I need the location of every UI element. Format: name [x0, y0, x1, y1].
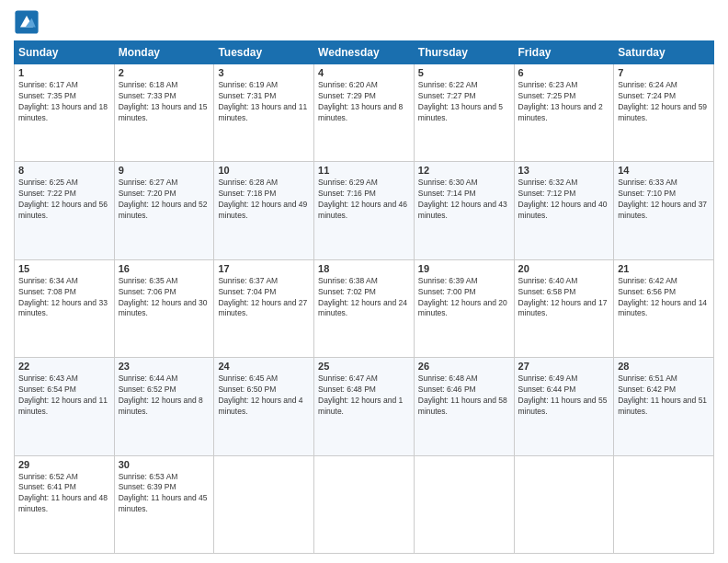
day-info: Sunrise: 6:22 AM Sunset: 7:27 PM Dayligh… [418, 80, 510, 124]
calendar-week-2: 8Sunrise: 6:25 AM Sunset: 7:22 PM Daylig… [15, 162, 714, 259]
day-number: 4 [318, 67, 410, 78]
calendar-cell: 16Sunrise: 6:35 AM Sunset: 7:06 PM Dayli… [114, 259, 214, 357]
calendar-week-3: 15Sunrise: 6:34 AM Sunset: 7:08 PM Dayli… [15, 259, 714, 357]
day-number: 8 [18, 165, 110, 176]
day-number: 11 [318, 165, 410, 176]
day-info: Sunrise: 6:19 AM Sunset: 7:31 PM Dayligh… [218, 80, 310, 124]
calendar-cell: 2Sunrise: 6:18 AM Sunset: 7:33 PM Daylig… [114, 64, 214, 162]
day-info: Sunrise: 6:28 AM Sunset: 7:18 PM Dayligh… [218, 178, 310, 222]
day-number: 30 [119, 459, 210, 470]
day-info: Sunrise: 6:34 AM Sunset: 7:08 PM Dayligh… [18, 276, 110, 320]
day-info: Sunrise: 6:38 AM Sunset: 7:02 PM Dayligh… [318, 276, 410, 320]
col-tuesday: Tuesday [214, 41, 314, 64]
day-number: 6 [518, 67, 610, 78]
day-number: 23 [119, 361, 210, 372]
calendar-cell [414, 455, 514, 553]
calendar-cell: 17Sunrise: 6:37 AM Sunset: 7:04 PM Dayli… [214, 259, 314, 357]
col-sunday: Sunday [15, 41, 115, 64]
day-number: 18 [318, 263, 410, 274]
day-info: Sunrise: 6:33 AM Sunset: 7:10 PM Dayligh… [618, 178, 710, 222]
day-info: Sunrise: 6:49 AM Sunset: 6:44 PM Dayligh… [518, 373, 610, 418]
calendar-cell: 1Sunrise: 6:17 AM Sunset: 7:35 PM Daylig… [15, 64, 115, 162]
col-monday: Monday [114, 41, 214, 64]
day-info: Sunrise: 6:27 AM Sunset: 7:20 PM Dayligh… [119, 178, 210, 222]
day-info: Sunrise: 6:17 AM Sunset: 7:35 PM Dayligh… [18, 80, 110, 124]
day-info: Sunrise: 6:35 AM Sunset: 7:06 PM Dayligh… [119, 276, 210, 320]
day-info: Sunrise: 6:47 AM Sunset: 6:48 PM Dayligh… [318, 373, 410, 418]
day-info: Sunrise: 6:52 AM Sunset: 6:41 PM Dayligh… [18, 472, 110, 516]
day-info: Sunrise: 6:24 AM Sunset: 7:24 PM Dayligh… [618, 80, 710, 124]
calendar-cell [214, 455, 314, 553]
calendar-cell: 18Sunrise: 6:38 AM Sunset: 7:02 PM Dayli… [314, 259, 415, 357]
day-number: 27 [518, 361, 610, 372]
day-info: Sunrise: 6:48 AM Sunset: 6:46 PM Dayligh… [418, 373, 510, 418]
calendar-cell: 19Sunrise: 6:39 AM Sunset: 7:00 PM Dayli… [414, 259, 514, 357]
calendar-cell: 8Sunrise: 6:25 AM Sunset: 7:22 PM Daylig… [15, 162, 115, 259]
day-info: Sunrise: 6:51 AM Sunset: 6:42 PM Dayligh… [618, 373, 710, 418]
day-number: 1 [18, 67, 110, 78]
col-saturday: Saturday [614, 41, 714, 64]
calendar-cell: 5Sunrise: 6:22 AM Sunset: 7:27 PM Daylig… [414, 64, 514, 162]
calendar-cell: 23Sunrise: 6:44 AM Sunset: 6:52 PM Dayli… [114, 358, 214, 455]
day-info: Sunrise: 6:37 AM Sunset: 7:04 PM Dayligh… [218, 276, 310, 320]
calendar-cell [614, 455, 714, 553]
day-number: 14 [618, 165, 710, 176]
calendar-cell: 25Sunrise: 6:47 AM Sunset: 6:48 PM Dayli… [314, 358, 415, 455]
calendar-cell: 27Sunrise: 6:49 AM Sunset: 6:44 PM Dayli… [514, 358, 614, 455]
day-info: Sunrise: 6:30 AM Sunset: 7:14 PM Dayligh… [418, 178, 510, 222]
day-info: Sunrise: 6:20 AM Sunset: 7:29 PM Dayligh… [318, 80, 410, 124]
day-number: 13 [518, 165, 610, 176]
calendar-cell: 10Sunrise: 6:28 AM Sunset: 7:18 PM Dayli… [214, 162, 314, 259]
calendar-cell [314, 455, 415, 553]
day-number: 15 [18, 263, 110, 274]
day-number: 21 [618, 263, 710, 274]
calendar-cell: 14Sunrise: 6:33 AM Sunset: 7:10 PM Dayli… [614, 162, 714, 259]
day-number: 26 [418, 361, 510, 372]
day-info: Sunrise: 6:40 AM Sunset: 6:58 PM Dayligh… [518, 276, 610, 320]
page: Sunday Monday Tuesday Wednesday Thursday… [0, 0, 728, 563]
calendar-cell: 7Sunrise: 6:24 AM Sunset: 7:24 PM Daylig… [614, 64, 714, 162]
calendar-cell: 26Sunrise: 6:48 AM Sunset: 6:46 PM Dayli… [414, 358, 514, 455]
calendar-table: Sunday Monday Tuesday Wednesday Thursday… [14, 40, 714, 554]
day-number: 29 [18, 459, 110, 470]
day-info: Sunrise: 6:18 AM Sunset: 7:33 PM Dayligh… [119, 80, 210, 124]
calendar-week-4: 22Sunrise: 6:43 AM Sunset: 6:54 PM Dayli… [15, 358, 714, 455]
day-number: 3 [218, 67, 310, 78]
day-number: 19 [418, 263, 510, 274]
col-friday: Friday [514, 41, 614, 64]
day-number: 25 [318, 361, 410, 372]
day-info: Sunrise: 6:53 AM Sunset: 6:39 PM Dayligh… [119, 472, 210, 516]
calendar-cell: 20Sunrise: 6:40 AM Sunset: 6:58 PM Dayli… [514, 259, 614, 357]
day-number: 20 [518, 263, 610, 274]
day-number: 9 [119, 165, 210, 176]
calendar-cell: 6Sunrise: 6:23 AM Sunset: 7:25 PM Daylig… [514, 64, 614, 162]
day-info: Sunrise: 6:29 AM Sunset: 7:16 PM Dayligh… [318, 178, 410, 222]
calendar-week-5: 29Sunrise: 6:52 AM Sunset: 6:41 PM Dayli… [15, 455, 714, 553]
day-info: Sunrise: 6:45 AM Sunset: 6:50 PM Dayligh… [218, 373, 310, 418]
day-number: 5 [418, 67, 510, 78]
day-number: 2 [119, 67, 210, 78]
header [14, 9, 714, 35]
day-info: Sunrise: 6:44 AM Sunset: 6:52 PM Dayligh… [119, 373, 210, 418]
calendar-cell: 4Sunrise: 6:20 AM Sunset: 7:29 PM Daylig… [314, 64, 415, 162]
day-number: 7 [618, 67, 710, 78]
day-info: Sunrise: 6:39 AM Sunset: 7:00 PM Dayligh… [418, 276, 510, 320]
day-number: 16 [119, 263, 210, 274]
calendar-cell: 13Sunrise: 6:32 AM Sunset: 7:12 PM Dayli… [514, 162, 614, 259]
day-number: 24 [218, 361, 310, 372]
calendar-cell [514, 455, 614, 553]
calendar-cell: 29Sunrise: 6:52 AM Sunset: 6:41 PM Dayli… [15, 455, 115, 553]
day-info: Sunrise: 6:25 AM Sunset: 7:22 PM Dayligh… [18, 178, 110, 222]
col-wednesday: Wednesday [314, 41, 415, 64]
day-info: Sunrise: 6:32 AM Sunset: 7:12 PM Dayligh… [518, 178, 610, 222]
day-info: Sunrise: 6:23 AM Sunset: 7:25 PM Dayligh… [518, 80, 610, 124]
calendar-cell: 24Sunrise: 6:45 AM Sunset: 6:50 PM Dayli… [214, 358, 314, 455]
calendar-cell: 28Sunrise: 6:51 AM Sunset: 6:42 PM Dayli… [614, 358, 714, 455]
col-thursday: Thursday [414, 41, 514, 64]
logo-icon [14, 9, 40, 35]
calendar-cell: 3Sunrise: 6:19 AM Sunset: 7:31 PM Daylig… [214, 64, 314, 162]
calendar-cell: 9Sunrise: 6:27 AM Sunset: 7:20 PM Daylig… [114, 162, 214, 259]
calendar-cell: 12Sunrise: 6:30 AM Sunset: 7:14 PM Dayli… [414, 162, 514, 259]
calendar-cell: 11Sunrise: 6:29 AM Sunset: 7:16 PM Dayli… [314, 162, 415, 259]
logo [14, 9, 43, 35]
